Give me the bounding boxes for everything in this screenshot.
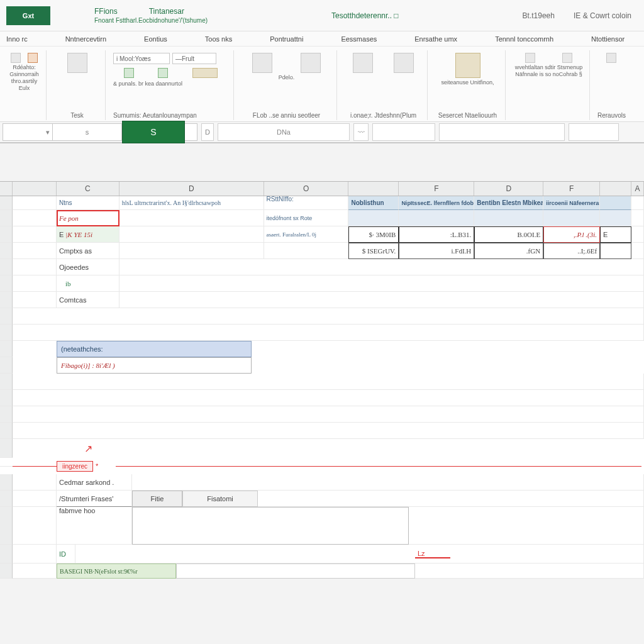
row-head-1[interactable] bbox=[0, 196, 13, 210]
row-head-10[interactable] bbox=[0, 341, 13, 357]
cell-sub-f1[interactable] bbox=[348, 210, 399, 226]
cell-sub-f3[interactable] bbox=[474, 210, 543, 226]
col-header-d[interactable]: D bbox=[119, 182, 264, 196]
ribbon-icon-blank[interactable] bbox=[67, 53, 87, 73]
fx-handle[interactable] bbox=[185, 123, 197, 141]
ribbon-icon-g4b[interactable] bbox=[301, 53, 321, 73]
row-head-25[interactable] bbox=[0, 564, 13, 579]
red-button[interactable]: iingzerec bbox=[57, 461, 93, 472]
cell-r2-d[interactable] bbox=[119, 210, 264, 226]
cell-selection[interactable]: Fe pon bbox=[57, 210, 119, 226]
ribbon-icon-chart1[interactable] bbox=[124, 68, 134, 78]
title-tab-1[interactable]: FFions bbox=[94, 7, 118, 16]
row-head-7[interactable] bbox=[0, 292, 13, 308]
cell-r4-f1[interactable]: $ ISEGrUV. bbox=[348, 243, 399, 259]
title-tab-2[interactable]: Tintanesar bbox=[149, 7, 184, 16]
row-head-18[interactable] bbox=[0, 439, 13, 458]
row-head-6[interactable] bbox=[0, 275, 13, 292]
col-header-f2[interactable]: F bbox=[399, 182, 474, 196]
select-all-corner[interactable] bbox=[0, 182, 13, 196]
ribbon-tab-0[interactable]: Inno rc bbox=[6, 35, 28, 43]
cell-r3-f1[interactable]: $· 3M0IB bbox=[348, 226, 399, 243]
row-head-13[interactable] bbox=[0, 390, 13, 406]
green-input[interactable] bbox=[176, 564, 415, 579]
row-head-12[interactable] bbox=[0, 374, 13, 390]
cell-r4-f2[interactable]: i.FdI.H bbox=[399, 243, 474, 259]
cell-r4-o[interactable] bbox=[264, 243, 349, 259]
row-head-11[interactable] bbox=[0, 357, 13, 374]
cell-hdr-f4[interactable]: iircoenii Näfeernerasni Nero onmdoc looi… bbox=[543, 196, 600, 210]
row-head-20[interactable] bbox=[0, 474, 13, 491]
cell-r4-f3[interactable]: .fGN bbox=[474, 243, 543, 259]
cell-r1-d[interactable]: hlsL ultrnctrarirst'x. An I§'dlrhcsawpoh bbox=[119, 196, 264, 210]
ribbon-icon-table1[interactable] bbox=[11, 53, 21, 63]
cell-r4-f5[interactable] bbox=[600, 243, 631, 259]
row-head-22[interactable] bbox=[0, 507, 13, 545]
cell-sub-f2[interactable] bbox=[399, 210, 474, 226]
ribbon-tab-7[interactable]: Tennnl tonccomrnh bbox=[495, 35, 553, 43]
ribbon-tab-3[interactable]: Toos nks bbox=[205, 35, 232, 43]
row-head-24[interactable] bbox=[0, 545, 13, 564]
fx-active-cell[interactable]: S bbox=[122, 121, 185, 143]
ribbon-icon-g8b[interactable] bbox=[562, 53, 572, 63]
row-head-15[interactable] bbox=[0, 423, 13, 439]
ribbon-tab-2[interactable]: Eontius bbox=[144, 35, 167, 43]
col-header-f4[interactable] bbox=[600, 182, 631, 196]
cell-r3-f3[interactable]: B.0OI.E bbox=[474, 226, 543, 243]
name-box-dropdown-icon[interactable]: ▾ bbox=[46, 128, 50, 136]
ribbon-input-value[interactable] bbox=[172, 53, 216, 64]
ribbon-icon-image[interactable] bbox=[455, 53, 480, 78]
col-header-f1[interactable] bbox=[348, 182, 399, 196]
cell-hdr-f3[interactable]: Bentibn Elestn Mbikeabaon bbox=[474, 196, 543, 210]
ribbon-icon-chart2[interactable] bbox=[158, 68, 168, 78]
col-header-c[interactable]: C bbox=[57, 182, 119, 196]
ribbon-tab-6[interactable]: Enrsathe umx bbox=[414, 35, 457, 43]
cell-r7-c[interactable]: Comtcas bbox=[57, 292, 119, 308]
col-header-d2[interactable]: D bbox=[474, 182, 543, 196]
name-box[interactable]: ▾ bbox=[3, 123, 53, 141]
title-right-1[interactable]: Bt.t19eeh bbox=[523, 11, 555, 20]
ribbon-icon-g4a[interactable] bbox=[252, 53, 272, 73]
row-head-8[interactable] bbox=[0, 308, 13, 325]
cell-r1-c[interactable]: Ntns bbox=[57, 196, 119, 210]
cell-sub-f4[interactable] bbox=[543, 210, 600, 226]
row-head-5[interactable] bbox=[0, 259, 13, 275]
text-input-area[interactable] bbox=[132, 507, 409, 545]
formula-mid[interactable]: DNa bbox=[218, 123, 350, 141]
ribbon-icon-g5b[interactable] bbox=[394, 53, 414, 73]
col-header-blank[interactable] bbox=[13, 182, 57, 196]
ribbon-icon-g9[interactable] bbox=[606, 53, 616, 63]
cell-r3-c[interactable]: E |K YE 15i bbox=[57, 226, 119, 243]
cell-hdr-f2[interactable]: NipItssecE. lfernfllern fdobkfuxs.c bb 8… bbox=[399, 196, 474, 210]
cell-r1-o[interactable]: RSttNIffo: bbox=[264, 196, 349, 210]
tab-1[interactable]: Fitie bbox=[132, 491, 182, 507]
cell-r3-f2[interactable]: :L.B31. bbox=[399, 226, 474, 243]
formula-ext3[interactable] bbox=[569, 123, 619, 141]
ribbon-tab-8[interactable]: Ntottiensor bbox=[591, 35, 625, 43]
col-header-f3[interactable]: F bbox=[543, 182, 600, 196]
cell-r20-c[interactable]: Cedmar sarkond . bbox=[57, 474, 132, 491]
cell-hdr-f5[interactable] bbox=[600, 196, 631, 210]
cell-id-label[interactable]: ID bbox=[57, 545, 75, 564]
ribbon-icon-table2[interactable] bbox=[28, 53, 38, 63]
grid[interactable]: Ntns hlsL ultrnctrarirst'x. An I§'dlrhcs… bbox=[0, 196, 644, 579]
cell-hdr-f1[interactable]: Noblisthun bbox=[348, 196, 399, 210]
ribbon-icon-chart3[interactable] bbox=[192, 68, 218, 78]
col-header-o[interactable]: O bbox=[264, 182, 349, 196]
formula-spark-icon[interactable]: 〰 bbox=[353, 123, 369, 141]
row-head-9[interactable] bbox=[0, 325, 13, 341]
cell-white-box[interactable]: Fibago(i)] : 8i'Æl ) bbox=[57, 357, 252, 374]
formula-ext2[interactable] bbox=[439, 123, 565, 141]
cell-r3-o[interactable]: asaert. Furalralen/L 0j bbox=[264, 226, 349, 243]
col-header-a[interactable]: A bbox=[631, 182, 644, 196]
fx-seg-1[interactable]: s bbox=[53, 123, 122, 141]
cell-r2-o[interactable]: itedófnont sx Rote bbox=[264, 210, 349, 226]
formula-d[interactable]: D bbox=[201, 123, 214, 141]
row-head-3[interactable] bbox=[0, 226, 13, 243]
formula-ext1[interactable] bbox=[372, 123, 435, 141]
cell-r5-c[interactable]: Ojoeedes bbox=[57, 259, 119, 275]
tab-2[interactable]: Fisatomi bbox=[182, 491, 258, 507]
cell-r4-c[interactable]: Cmptxs as bbox=[57, 243, 119, 259]
title-right-2[interactable]: IE & Cowrt coloin bbox=[574, 11, 631, 20]
cell-r3-f5[interactable]: E bbox=[600, 226, 631, 243]
